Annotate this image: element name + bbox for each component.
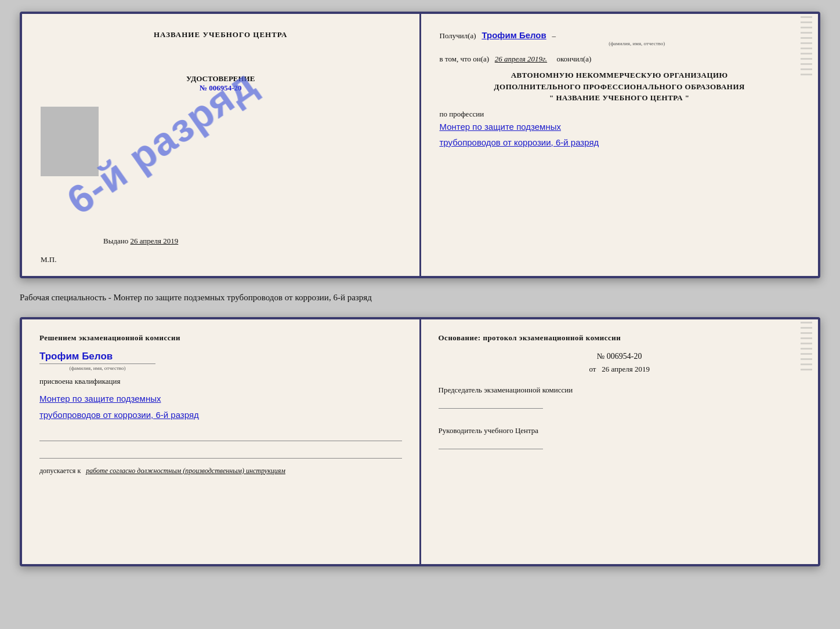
back-predsedatel-label: Председатель экзаменационной комиссии [439,386,573,394]
back-ot-date: 26 апреля 2019 [602,365,650,373]
cert-fio-label: (фамилия, имя, отчество) [475,41,800,46]
back-ot-block: от 26 апреля 2019 [439,365,801,374]
back-ot-label: от [589,365,596,373]
certificate-book: НАЗВАНИЕ УЧЕБНОГО ЦЕНТРА 6-й разряд УДОС… [20,12,820,278]
back-qual-line1: Монтер по защите подземных [39,391,402,408]
back-komissia-title: Решением экзаменационной комиссии [39,333,402,343]
cert-right-decoration [801,14,812,276]
cert-prof-line2: трубопроводов от коррозии, 6-й разряд [440,134,800,150]
cert-org-line3: " НАЗВАНИЕ УЧЕБНОГО ЦЕНТРА " [440,92,800,104]
cert-vydano-label: Выдано [103,237,128,245]
cert-poluchil-label: Получил(а) [440,31,476,40]
cert-org-line2: ДОПОЛНИТЕЛЬНОГО ПРОФЕССИОНАЛЬНОГО ОБРАЗО… [440,81,800,93]
back-dopuskaetsya-label: допускается к [39,467,81,475]
photo-placeholder [41,107,99,176]
back-signature-lines [39,430,402,459]
cert-vtom-line: в том, что он(а) 26 апреля 2019г. окончи… [440,54,800,64]
cert-recipient-name: Трофим Белов [481,30,546,40]
cert-prof-line1: Монтер по защите подземных [440,119,800,134]
cert-poluchil-line: Получил(а) Трофим Белов – (фамилия, имя,… [440,30,800,46]
back-rukovoditel-block: Руководитель учебного Центра [439,426,801,449]
back-predsedatel-signature-line [439,397,543,409]
back-prisvoena-label: присвоена квалификация [39,377,402,386]
cert-school-name: НАЗВАНИЕ УЧЕБНОГО ЦЕНТРА [41,30,401,39]
back-predsedatel-block: Председатель экзаменационной комиссии [439,386,801,409]
cert-vtom-label: в том, что он(а) [440,54,490,63]
cert-org-line1: АВТОНОМНУЮ НЕКОММЕРЧЕСКУЮ ОРГАНИЗАЦИЮ [440,70,800,81]
back-right-page: Основание: протокол экзаменационной коми… [421,319,819,564]
middle-text-content: Рабочая специальность - Монтер по защите… [20,293,372,302]
middle-text: Рабочая специальность - Монтер по защите… [20,289,820,307]
back-book: Решением экзаменационной комиссии Трофим… [20,317,820,566]
cert-number: № 006954-20 [41,83,401,93]
cert-org-block: АВТОНОМНУЮ НЕКОММЕРЧЕСКУЮ ОРГАНИЗАЦИЮ ДО… [440,70,800,104]
back-dopuskaetsya-block: допускается к работе согласно должностны… [39,467,402,475]
back-recipient-name: Трофим Белов [39,351,402,362]
back-right-title: Основание: протокол экзаменационной коми… [439,333,801,343]
back-protocol-number: № 006954-20 [439,352,801,361]
cert-left-page: НАЗВАНИЕ УЧЕБНОГО ЦЕНТРА 6-й разряд УДОС… [22,14,421,276]
cert-vydano-date: 26 апреля 2019 [131,237,179,245]
cert-right-page: Получил(а) Трофим Белов – (фамилия, имя,… [421,14,819,276]
cert-date: 26 апреля 2019г. [495,54,547,63]
cert-okkonchil-label: окончил(а) [556,54,591,63]
back-fio-label: (фамилия, имя, отчество) [39,363,155,371]
back-qual-line2: трубопроводов от коррозии, 6-й разряд [39,407,402,424]
back-rukovoditel-signature-line [439,438,543,449]
cert-vydano-block: Выдано 26 апреля 2019 [103,237,178,246]
back-rukovoditel-label: Руководитель учебного Центра [439,426,539,435]
back-dopusk-value: работе согласно должностным (производств… [86,467,285,475]
cert-udostoverenie-label: УДОСТОВЕРЕНИЕ [41,74,401,83]
cert-professii-label: по профессии [440,110,800,119]
back-left-page: Решением экзаменационной комиссии Трофим… [22,319,421,564]
cert-mp: М.П. [41,255,56,264]
back-right-decoration [801,319,812,564]
